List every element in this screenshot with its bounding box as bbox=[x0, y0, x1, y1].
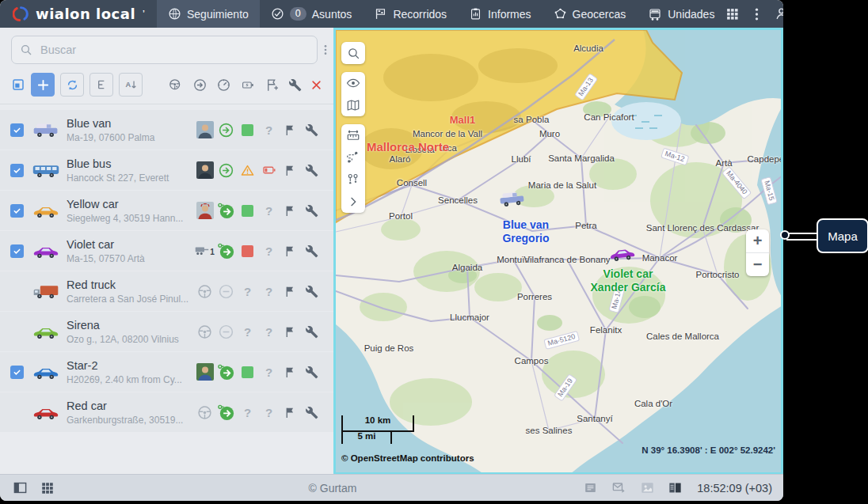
map-unit-label[interactable]: Violet carXander García bbox=[591, 267, 666, 294]
motion-filter-button[interactable] bbox=[192, 78, 207, 93]
unit-checkbox[interactable] bbox=[10, 244, 24, 258]
mail-send-icon[interactable] bbox=[611, 480, 627, 495]
trailer-icon[interactable]: 1 bbox=[195, 245, 215, 256]
kebab-menu-icon[interactable] bbox=[755, 7, 759, 21]
unit-flag-icon-slot[interactable] bbox=[280, 123, 301, 137]
search-input[interactable] bbox=[39, 43, 309, 57]
tab-geocercas[interactable]: Geocercas bbox=[542, 0, 638, 28]
track-map-button[interactable] bbox=[341, 146, 365, 169]
map-unit-marker[interactable] bbox=[497, 189, 527, 212]
unit-name[interactable]: Red car bbox=[67, 399, 194, 414]
unit-text[interactable]: Violet car Ma-15, 07570 Artà bbox=[62, 237, 194, 265]
unit-status-icons: 1? bbox=[194, 242, 333, 260]
unit-row[interactable]: Red truck Carretera a San José Pinul... … bbox=[0, 271, 333, 311]
unit-flag-icon-slot[interactable] bbox=[280, 164, 301, 177]
map-book-map-button[interactable] bbox=[341, 94, 365, 116]
add-unit-button[interactable] bbox=[31, 73, 55, 97]
multiselect-button[interactable] bbox=[8, 73, 29, 97]
unit-row[interactable]: Red car Garkenburgstraße, 30519... ?? bbox=[0, 392, 333, 432]
unit-flag-icon-slot[interactable] bbox=[280, 285, 301, 298]
unit-wrench-icon-slot[interactable] bbox=[301, 325, 322, 339]
unit-row[interactable]: Blue bus Hancock St 227, Everett bbox=[0, 150, 333, 190]
unit-flag-icon-slot[interactable] bbox=[280, 325, 301, 339]
driver-photo[interactable] bbox=[196, 202, 214, 219]
unit-row[interactable]: Violet car Ma-15, 07570 Artà 1? bbox=[0, 231, 333, 271]
search-options-kebab-icon[interactable] bbox=[324, 44, 327, 56]
attribution-link[interactable]: © OpenStreetMap contributors bbox=[341, 453, 474, 463]
map-canvas[interactable]: Alcudiasa PoblaCan PicafortMancor de la … bbox=[336, 30, 783, 475]
unit-checkbox[interactable] bbox=[10, 285, 24, 298]
unit-checkbox[interactable] bbox=[10, 164, 24, 177]
refresh-button[interactable] bbox=[60, 73, 84, 97]
unit-name[interactable]: Sirena bbox=[67, 318, 194, 333]
unit-wrench-icon-slot[interactable] bbox=[301, 366, 322, 379]
unit-name[interactable]: Yellow car bbox=[67, 197, 194, 212]
unit-text[interactable]: Blue van Ma-19, 07600 Palma bbox=[62, 116, 194, 144]
apps-grid-icon[interactable] bbox=[725, 7, 739, 21]
unit-checkbox[interactable] bbox=[10, 123, 24, 137]
unit-name[interactable]: Red truck bbox=[67, 278, 194, 293]
driver-photo[interactable] bbox=[196, 161, 214, 179]
unit-name[interactable]: Blue bus bbox=[67, 157, 194, 172]
unit-checkbox[interactable] bbox=[10, 204, 24, 218]
unit-flag-icon-slot[interactable] bbox=[280, 244, 301, 258]
unit-flag-icon-slot[interactable] bbox=[280, 406, 301, 419]
unit-text[interactable]: Red car Garkenburgstraße, 30519... bbox=[62, 399, 194, 426]
unit-name[interactable]: Blue van bbox=[67, 116, 194, 131]
zoom-out-button[interactable]: − bbox=[746, 253, 769, 276]
unit-text[interactable]: Blue bus Hancock St 227, Everett bbox=[62, 157, 194, 184]
eye-map-button[interactable] bbox=[341, 72, 365, 94]
layout-dark-icon[interactable] bbox=[668, 480, 683, 495]
unit-wrench-icon-slot[interactable] bbox=[301, 204, 322, 218]
unit-row[interactable]: Blue van Ma-19, 07600 Palma ? bbox=[0, 110, 333, 150]
unit-wrench-icon-slot[interactable] bbox=[301, 244, 322, 258]
map-town-label: Can Picafort bbox=[584, 112, 634, 122]
notes-icon[interactable] bbox=[583, 480, 598, 495]
unit-checkbox[interactable] bbox=[10, 366, 24, 379]
tree-view-button[interactable] bbox=[89, 73, 113, 97]
driver-photo[interactable] bbox=[196, 363, 214, 381]
unit-name[interactable]: Star-2 bbox=[67, 358, 194, 373]
stops-map-button[interactable] bbox=[341, 169, 365, 191]
chevron-right-map-button[interactable] bbox=[341, 191, 365, 213]
panel-toggle-icon[interactable] bbox=[13, 480, 28, 495]
tab-unidades[interactable]: Unidades bbox=[637, 0, 725, 28]
flag-filter-button[interactable] bbox=[265, 78, 280, 93]
unit-wrench-icon-slot[interactable] bbox=[301, 406, 322, 419]
image-icon[interactable] bbox=[640, 480, 655, 495]
unit-checkbox[interactable] bbox=[10, 325, 24, 339]
sensor-filter-button[interactable] bbox=[216, 78, 231, 93]
unit-wrench-icon-slot[interactable] bbox=[301, 123, 322, 137]
ruler-map-button[interactable] bbox=[341, 124, 365, 146]
driver-filter-button[interactable] bbox=[167, 78, 184, 93]
unit-name[interactable]: Violet car bbox=[67, 237, 194, 252]
map-panel[interactable]: Alcudiasa PoblaCan PicafortMancor de la … bbox=[333, 28, 783, 475]
battery-filter-button[interactable] bbox=[240, 78, 256, 92]
settings-filter-button[interactable] bbox=[288, 78, 302, 92]
tab-recorridos[interactable]: Recorridos bbox=[363, 0, 458, 28]
unit-text[interactable]: Sirena Ozo g., 12A, 08200 Vilnius bbox=[62, 318, 194, 346]
sort-button[interactable]: A bbox=[119, 73, 143, 97]
search-map-button[interactable] bbox=[341, 42, 365, 64]
tab-asuntos[interactable]: 0Asuntos bbox=[260, 0, 364, 28]
user-icon[interactable] bbox=[775, 6, 783, 21]
unit-row[interactable]: Star-2 H20269, 2.40 km from Cy... ? bbox=[0, 352, 333, 392]
unit-row[interactable]: Sirena Ozo g., 12A, 08200 Vilnius ?? bbox=[0, 312, 333, 351]
unit-flag-icon-slot[interactable] bbox=[280, 204, 301, 218]
clear-filter-button[interactable] bbox=[310, 79, 322, 91]
unit-text[interactable]: Star-2 H20269, 2.40 km from Cy... bbox=[62, 358, 194, 386]
unit-row[interactable]: Yellow car Siegelweg 4, 30519 Hann... ? bbox=[0, 191, 333, 230]
unit-wrench-icon-slot[interactable] bbox=[301, 164, 322, 177]
driver-photo[interactable] bbox=[196, 121, 214, 138]
unit-wrench-icon-slot[interactable] bbox=[301, 285, 322, 298]
unit-text[interactable]: Red truck Carretera a San José Pinul... bbox=[62, 278, 194, 305]
tab-informes[interactable]: Informes bbox=[458, 0, 542, 28]
unit-flag-icon-slot[interactable] bbox=[280, 366, 301, 379]
map-unit-label[interactable]: Blue vanGregorio bbox=[502, 218, 549, 245]
map-unit-marker[interactable] bbox=[607, 244, 638, 267]
unit-text[interactable]: Yellow car Siegelweg 4, 30519 Hann... bbox=[62, 197, 194, 225]
tab-seguimiento[interactable]: Seguimiento bbox=[157, 0, 260, 28]
grid-icon[interactable] bbox=[40, 481, 55, 495]
unit-checkbox[interactable] bbox=[10, 406, 24, 419]
zoom-in-button[interactable]: + bbox=[746, 229, 769, 253]
